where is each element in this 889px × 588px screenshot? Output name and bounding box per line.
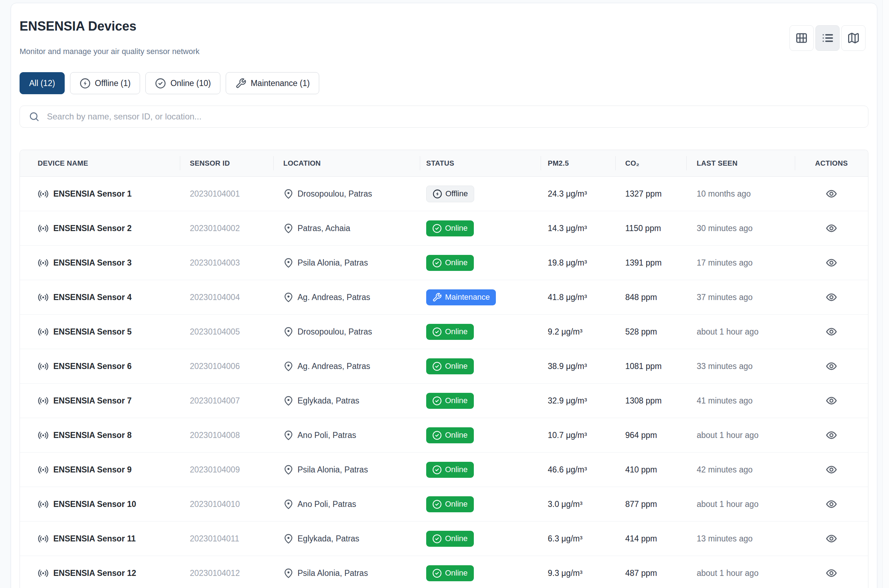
power-circle-icon [433,189,442,199]
sensor-id: 20230104006 [190,362,240,371]
status-filter-group: All (12) Offline (1) Online (10) Mainten… [19,72,868,94]
filter-offline[interactable]: Offline (1) [70,72,140,94]
last-seen-value: about 1 hour ago [697,327,759,337]
last-seen-value: about 1 hour ago [697,500,759,509]
device-name: ENSENSIA Sensor 5 [53,327,132,337]
column-header-actions: ACTIONS [795,150,868,176]
status-badge: Online [426,565,474,581]
map-pin-icon [283,258,294,268]
check-circle-icon [155,78,166,89]
status-badge: Online [426,496,474,512]
location-text: Psila Alonia, Patras [297,568,368,578]
check-circle-icon [432,430,442,440]
column-header-location: LOCATION [273,150,420,176]
radio-icon [37,292,49,303]
map-view-button[interactable] [841,25,865,51]
sensor-id: 20230104010 [190,500,240,509]
vertical-scrollbar[interactable] [882,0,889,588]
location-text: Ano Poli, Patras [297,430,356,440]
pm25-value: 38.9 μg/m³ [548,362,587,371]
table-row[interactable]: ENSENSIA Sensor 7 20230104007 Eglykada, … [20,384,868,418]
eye-icon[interactable] [825,498,838,510]
pm25-value: 46.6 μg/m³ [548,465,587,475]
eye-icon[interactable] [825,567,838,579]
status-label: Online [445,569,468,577]
map-pin-icon [283,568,294,578]
radio-icon [37,188,49,200]
table-row[interactable]: ENSENSIA Sensor 11 20230104011 Eglykada,… [20,522,868,556]
search-input[interactable] [46,111,859,122]
radio-icon [37,499,49,510]
column-header-co2: CO₂ [615,150,687,176]
table-row[interactable]: ENSENSIA Sensor 8 20230104008 Ano Poli, … [20,418,868,453]
co2-value: 848 ppm [625,292,657,302]
eye-icon[interactable] [825,222,838,234]
filter-offline-label: Offline (1) [95,79,131,88]
check-circle-icon [432,396,442,406]
radio-icon [37,395,49,406]
table-row[interactable]: ENSENSIA Sensor 3 20230104003 Psila Alon… [20,246,868,280]
table-row[interactable]: ENSENSIA Sensor 10 20230104010 Ano Poli,… [20,487,868,522]
sensor-id: 20230104003 [190,258,240,268]
device-name: ENSENSIA Sensor 7 [53,396,132,406]
eye-icon[interactable] [825,360,838,372]
last-seen-value: 37 minutes ago [697,292,753,302]
device-name: ENSENSIA Sensor 9 [53,465,132,475]
check-circle-icon [432,568,442,578]
eye-icon[interactable] [825,291,838,303]
device-name: ENSENSIA Sensor 12 [53,568,136,578]
filter-all-label: All (12) [29,79,55,88]
table-row[interactable]: ENSENSIA Sensor 12 20230104012 Psila Alo… [20,556,868,588]
sensor-id: 20230104002 [190,224,240,233]
co2-value: 1391 ppm [625,258,661,268]
eye-icon[interactable] [825,464,838,476]
sensor-id: 20230104007 [190,396,240,406]
check-circle-icon [432,224,442,233]
status-badge: Online [426,531,474,547]
eye-icon[interactable] [825,394,838,407]
wrench-icon [235,78,246,89]
table-row[interactable]: ENSENSIA Sensor 9 20230104009 Psila Alon… [20,453,868,487]
co2-value: 964 ppm [625,430,657,440]
status-badge: Maintenance [426,290,496,305]
filter-maintenance[interactable]: Maintenance (1) [226,72,319,94]
power-circle-icon [79,78,91,89]
table-row[interactable]: ENSENSIA Sensor 5 20230104005 Drosopoulo… [20,315,868,349]
sensor-id: 20230104011 [190,534,239,543]
page-title: ENSENSIA Devices [19,20,199,33]
eye-icon[interactable] [825,326,838,338]
status-label: Online [445,466,468,474]
eye-icon[interactable] [825,429,838,441]
table-row[interactable]: ENSENSIA Sensor 1 20230104001 Drosopoulo… [20,177,868,211]
table-row[interactable]: ENSENSIA Sensor 4 20230104004 Ag. Andrea… [20,280,868,315]
co2-value: 487 ppm [625,568,657,578]
status-label: Online [445,259,468,267]
table-row[interactable]: ENSENSIA Sensor 6 20230104006 Ag. Andrea… [20,349,868,384]
eye-icon[interactable] [825,256,838,269]
table-row[interactable]: ENSENSIA Sensor 2 20230104002 Patras, Ac… [20,211,868,246]
map-pin-icon [283,292,294,303]
eye-icon[interactable] [825,188,838,200]
radio-icon [37,257,49,268]
filter-all[interactable]: All (12) [19,72,65,94]
device-name: ENSENSIA Sensor 6 [53,362,132,371]
location-text: Patras, Achaia [297,224,350,233]
status-label: Online [445,224,468,232]
check-circle-icon [432,327,442,337]
filter-online[interactable]: Online (10) [145,72,220,94]
filter-online-label: Online (10) [170,79,211,88]
eye-icon[interactable] [825,532,838,544]
last-seen-value: 30 minutes ago [697,224,753,233]
pm25-value: 10.7 μg/m³ [548,430,587,440]
co2-value: 528 ppm [625,327,657,337]
pm25-value: 41.8 μg/m³ [548,292,587,302]
list-view-button[interactable] [816,25,840,51]
check-circle-icon [432,465,442,475]
grid-view-button[interactable] [790,25,814,51]
location-text: Psila Alonia, Patras [297,258,368,268]
check-circle-icon [432,362,442,371]
status-badge: Online [426,220,474,236]
radio-icon [37,326,49,338]
check-circle-icon [432,258,442,268]
co2-value: 1081 ppm [625,362,661,371]
